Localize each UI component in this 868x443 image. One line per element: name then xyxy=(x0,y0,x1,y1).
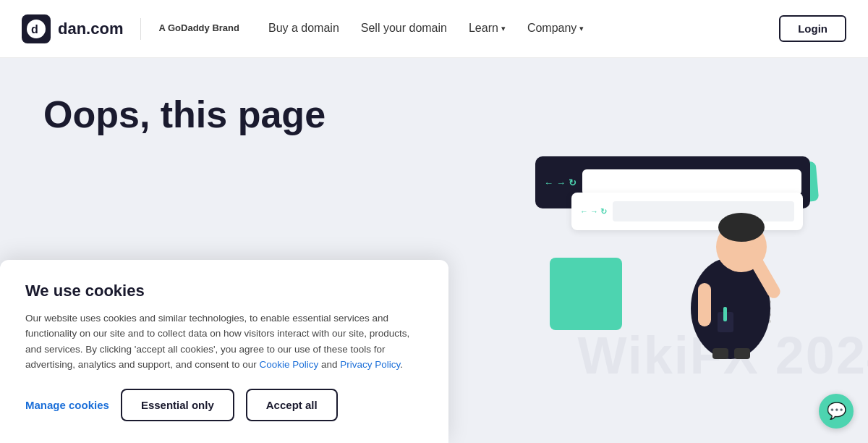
sell-domain-link[interactable]: Sell your domain xyxy=(361,21,447,36)
cookie-policy-link[interactable]: Cookie Policy xyxy=(259,359,318,370)
right-section: ← → ↻ ← → ↻ xyxy=(492,58,868,443)
dan-logo-icon: d xyxy=(22,14,51,43)
svg-rect-6 xyxy=(698,283,711,326)
login-button[interactable]: Login xyxy=(779,15,846,42)
manage-cookies-button[interactable]: Manage cookies xyxy=(25,399,109,411)
learn-label: Learn xyxy=(469,22,498,35)
browser-illustration: ← → ↻ ← → ↻ xyxy=(528,142,832,359)
learn-chevron-icon: ▾ xyxy=(501,24,506,33)
svg-text:d: d xyxy=(31,23,38,35)
svg-rect-8 xyxy=(723,307,727,321)
browser-nav-icons2: ← → ↻ xyxy=(580,207,607,216)
nav-right: Login xyxy=(779,15,846,42)
company-label: Company xyxy=(527,22,576,35)
svg-rect-10 xyxy=(734,348,750,359)
cookie-actions: Manage cookies Essential only Accept all xyxy=(25,389,423,421)
nav-divider xyxy=(140,18,141,40)
refresh-icon-2: ↻ xyxy=(600,207,607,216)
cookie-banner: We use cookies Our website uses cookies … xyxy=(0,260,448,443)
arrow-left-icon-2: ← xyxy=(580,207,588,216)
arrow-left-icon: ← xyxy=(544,177,553,188)
green-square xyxy=(550,258,622,330)
buy-domain-link[interactable]: Buy a domain xyxy=(268,21,339,36)
company-dropdown[interactable]: Company ▾ xyxy=(527,22,584,35)
chat-bubble-button[interactable]: 💬 xyxy=(819,394,854,429)
site-name: dan.com xyxy=(58,20,123,38)
cookie-banner-title: We use cookies xyxy=(25,282,423,300)
svg-rect-9 xyxy=(712,348,728,359)
navbar: d dan.com A GoDaddy Brand Buy a domain S… xyxy=(0,0,868,58)
godaddy-brand: A GoDaddy Brand xyxy=(158,22,239,35)
cookie-banner-body: Our website uses cookies and similar tec… xyxy=(25,311,423,373)
arrow-right-icon-2: → xyxy=(590,207,598,216)
person-illustration xyxy=(658,171,803,359)
refresh-icon: ↻ xyxy=(569,177,576,188)
arrow-right-icon: → xyxy=(556,177,566,188)
accept-all-button[interactable]: Accept all xyxy=(246,389,338,421)
essential-only-button[interactable]: Essential only xyxy=(121,389,234,421)
learn-dropdown[interactable]: Learn ▾ xyxy=(469,22,506,35)
nav-links: Buy a domain Sell your domain Learn ▾ Co… xyxy=(268,21,779,36)
chat-icon: 💬 xyxy=(827,402,846,421)
browser-nav-icons: ← → ↻ xyxy=(544,177,576,188)
svg-point-4 xyxy=(718,213,765,242)
page-title: Oops, this page xyxy=(43,94,463,135)
logo-area: d dan.com A GoDaddy Brand xyxy=(22,14,239,43)
company-chevron-icon: ▾ xyxy=(579,24,584,33)
privacy-policy-link[interactable]: Privacy Policy xyxy=(340,359,400,370)
